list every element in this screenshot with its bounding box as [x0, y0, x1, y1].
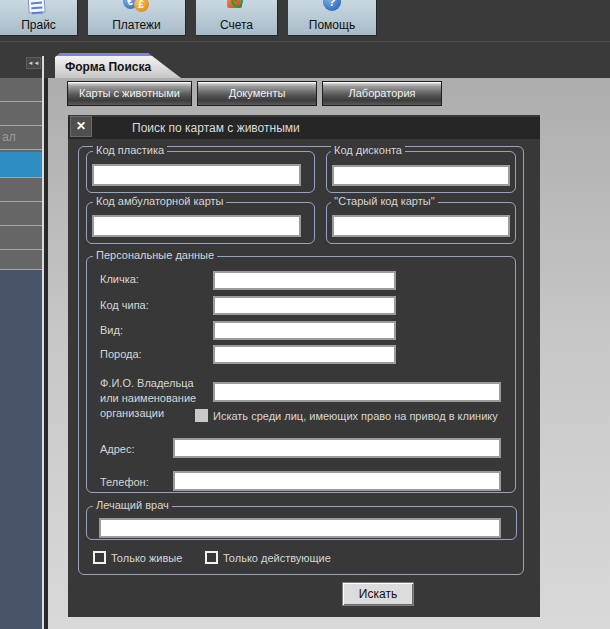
- address-input[interactable]: [173, 438, 501, 458]
- ambulatory-code-legend: Код амбулаторной карты: [93, 195, 226, 208]
- ambulatory-code-input[interactable]: [92, 215, 301, 237]
- collapse-icon: ◄◄: [28, 60, 40, 66]
- sidebar-row[interactable]: ал: [0, 126, 42, 150]
- old-card-code-legend: ''Старый код карты'': [331, 195, 438, 208]
- dialog-title-bar: Поиск по картам с животными: [68, 117, 540, 139]
- only-alive-checkbox[interactable]: [93, 551, 106, 564]
- chip-code-label: Код чипа:: [100, 299, 149, 311]
- tab-search-form[interactable]: Форма Поиска: [55, 53, 181, 78]
- nickname-input[interactable]: [213, 271, 396, 290]
- sidebar-row[interactable]: [0, 202, 42, 226]
- owner-name-input[interactable]: [213, 382, 501, 402]
- species-label: Вид:: [100, 324, 123, 336]
- toolbar-separator: [0, 41, 610, 42]
- search-button[interactable]: Искать: [342, 582, 414, 606]
- sidebar-list: ал: [0, 78, 44, 629]
- close-icon: ✕: [76, 119, 86, 133]
- price-list-icon: [24, 0, 54, 15]
- sidebar-row[interactable]: [0, 102, 42, 126]
- nav-button-documents[interactable]: Документы: [197, 81, 317, 106]
- nickname-label: Кличка:: [100, 273, 139, 285]
- owner-label-line3: организации: [100, 407, 164, 419]
- discount-code-legend: Код дисконта: [331, 144, 405, 157]
- owner-label-line1: Ф.И.О. Владельца: [100, 377, 194, 389]
- breed-label: Порода:: [100, 348, 142, 360]
- sidebar-row-selected[interactable]: [0, 152, 42, 178]
- owner-label-line2: или наименование: [100, 392, 196, 404]
- only-active-checkbox[interactable]: [205, 551, 218, 564]
- sidebar-row[interactable]: [0, 178, 42, 202]
- doctor-input[interactable]: [99, 518, 501, 538]
- sidebar-row[interactable]: [0, 250, 42, 270]
- toolbar-button-help[interactable]: ? Помощь: [288, 0, 377, 36]
- toolbar-button-label: Платежи: [88, 18, 185, 32]
- proxy-persons-checkbox-label: Искать среди лиц, имеющих право на приво…: [213, 410, 498, 422]
- sidebar-row[interactable]: [0, 78, 42, 102]
- nav-button-laboratory[interactable]: Лаборатория: [322, 81, 442, 106]
- help-icon: ?: [317, 0, 347, 15]
- doctor-legend: Лечащий врач: [93, 499, 172, 512]
- search-dialog: Поиск по картам с животными ✕ Код пласти…: [68, 115, 540, 617]
- sidebar-row[interactable]: [0, 226, 42, 250]
- phone-input[interactable]: [173, 471, 501, 491]
- plastic-code-legend: Код пластика: [93, 144, 167, 157]
- personal-data-legend: Персональные данные: [93, 249, 217, 262]
- panel-divider: [44, 78, 48, 629]
- only-alive-label: Только живые: [111, 552, 182, 564]
- tab-label: Форма Поиска: [65, 60, 151, 74]
- sidebar-collapse-button[interactable]: ◄◄: [26, 57, 41, 69]
- nav-button-animal-cards[interactable]: Карты с животными: [67, 81, 192, 106]
- toolbar-button-label: Прайс: [0, 18, 77, 32]
- toolbar-button-label: Помощь: [288, 18, 376, 32]
- payments-coins-icon: € £: [122, 0, 152, 15]
- invoices-sync-icon: ↻: [222, 0, 252, 15]
- sidebar-edge-line: [42, 56, 44, 78]
- proxy-persons-checkbox[interactable]: [195, 409, 208, 422]
- breed-input[interactable]: [213, 345, 396, 364]
- toolbar-button-payments[interactable]: € £ Платежи: [88, 0, 186, 36]
- top-bar: Прайс € £ Платежи ↻ Счета ? Помощь ◄◄ Фо…: [0, 0, 610, 78]
- address-label: Адрес:: [100, 443, 135, 455]
- old-card-code-input[interactable]: [332, 215, 510, 237]
- plastic-code-input[interactable]: [92, 164, 301, 186]
- only-active-label: Только действующие: [223, 552, 331, 564]
- toolbar-button-price[interactable]: Прайс: [0, 0, 78, 36]
- dialog-title: Поиск по картам с животными: [132, 121, 300, 135]
- sidebar-empty-panel: [0, 270, 42, 629]
- toolbar-button-label: Счета: [196, 18, 277, 32]
- species-input[interactable]: [213, 321, 396, 340]
- phone-label: Телефон:: [100, 476, 149, 488]
- close-button[interactable]: ✕: [70, 116, 92, 137]
- toolbar-button-invoices[interactable]: ↻ Счета: [196, 0, 278, 36]
- discount-code-input[interactable]: [332, 165, 510, 186]
- chip-code-input[interactable]: [213, 296, 396, 315]
